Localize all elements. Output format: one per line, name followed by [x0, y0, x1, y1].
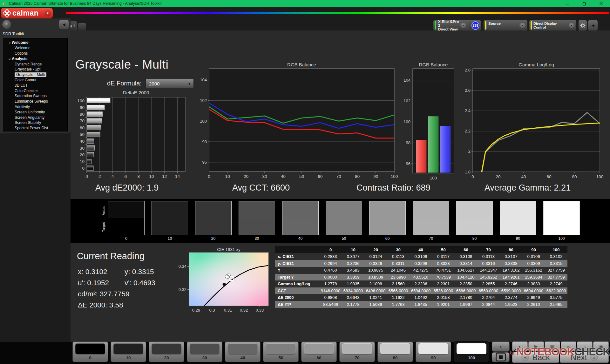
swatch-0: 0: [108, 201, 145, 241]
pattern-button-50[interactable]: 50: [263, 341, 299, 362]
display-control-selector[interactable]: Direct Display Control ▼: [529, 20, 577, 31]
sidebar-item-options[interactable]: Options: [3, 51, 67, 56]
svg-text:50: 50: [299, 174, 304, 179]
svg-text:96: 96: [202, 160, 207, 165]
table-row-x-cie31: x: CIE310.28330.30770.31240.31130.31090.…: [275, 253, 567, 260]
meter-button[interactable]: ◐: [512, 341, 528, 351]
restore-icon: [582, 2, 586, 6]
sidebar-item-spectral-power-dist[interactable]: Spectral Power Dist.: [3, 125, 67, 131]
swatch-box: [108, 201, 145, 235]
session-indicator-button[interactable]: [2, 20, 11, 29]
sidebar-item-screen-uniformity[interactable]: Screen Uniformity: [3, 109, 67, 115]
sidebar-collapse-button[interactable]: ◀: [59, 20, 69, 29]
play-icon: ▶: [534, 344, 538, 349]
swatch-target: [413, 218, 449, 235]
sidebar-item-saturation-sweeps[interactable]: Saturation Sweeps: [3, 93, 67, 99]
svg-text:8: 8: [137, 174, 140, 179]
table-row-gamma-log-log: Gamma Log/Log1.27781.99352.10982.15602.2…: [275, 280, 567, 287]
sidebar-item-dynamic-range[interactable]: Dynamic Range: [3, 61, 67, 67]
tree-expander-icon: ◢: [9, 41, 12, 44]
loop-button[interactable]: ∞: [561, 341, 576, 351]
add-tab-button[interactable]: +: [78, 23, 86, 30]
source-selector[interactable]: Source ▼: [483, 20, 528, 31]
sidebar-item-colorchecker[interactable]: ColorChecker: [3, 88, 67, 93]
meter-count-badge[interactable]: 239: [471, 21, 479, 30]
rgb-balance-bar-chart: 9698100102104RGB Balance100: [398, 62, 459, 183]
table-col-40: 40: [410, 246, 432, 253]
gamma-loglog-chart: 1.822.22.42.62.8Gamma Log/Log02040608010…: [454, 62, 607, 183]
swatch-label: 80: [456, 236, 493, 241]
collapse-panel-button[interactable]: ◀: [588, 20, 598, 31]
swatch-50: 50: [326, 201, 362, 241]
settings-button[interactable]: [578, 20, 587, 31]
sidebar-item-grayscale-multi[interactable]: Grayscale - Multi: [3, 72, 67, 78]
sidebar-item-label: Screen Stability: [15, 120, 41, 125]
next-button[interactable]: Next »: [560, 352, 609, 363]
table-col-10: 10: [342, 246, 364, 253]
pattern-button-10[interactable]: 10: [111, 341, 146, 362]
table-col-100: 100: [545, 246, 567, 253]
calman-menu-button[interactable]: calman ▼: [1, 8, 53, 18]
pattern-window-button[interactable]: [492, 352, 510, 362]
svg-text:0.32: 0.32: [179, 287, 186, 292]
close-button[interactable]: [594, 0, 608, 7]
pattern-button-80[interactable]: 80: [377, 341, 413, 362]
meter-dropdown-icon[interactable]: ▼: [460, 23, 466, 28]
stat-avg-de2000: Avg dE2000: 1.9: [95, 183, 159, 193]
pattern-swatch: [152, 343, 181, 354]
sidebar-item-color-gamut[interactable]: Color Gamut: [3, 78, 67, 83]
logo-dropdown-arrow-icon[interactable]: ▼: [44, 10, 51, 17]
target-button[interactable]: ◉: [593, 341, 609, 351]
play-button[interactable]: ▶: [528, 341, 544, 351]
pattern-button-30[interactable]: 30: [187, 341, 222, 362]
sidebar-item-screen-angularity[interactable]: Screen Angularity: [3, 115, 67, 120]
source-dropdown-icon[interactable]: ▼: [519, 23, 525, 28]
row-label: Target Y: [275, 274, 319, 281]
svg-text:100: 100: [77, 98, 85, 103]
maximize-button[interactable]: [577, 0, 591, 7]
de-formula-select[interactable]: 2000 ▼: [146, 79, 194, 88]
sidebar-item-welcome[interactable]: Welcome: [3, 45, 67, 51]
table-col-60: 60: [455, 246, 477, 253]
minimize-button[interactable]: [561, 0, 575, 7]
pattern-button-100[interactable]: 100: [454, 341, 489, 362]
tree-section-welcome[interactable]: ◢Welcome: [3, 40, 67, 45]
pattern-button-0[interactable]: 0: [72, 341, 108, 362]
de-formula-label: dE Formula:: [107, 80, 142, 87]
svg-text:100: 100: [403, 119, 410, 124]
table-cell: 83.5469: [319, 301, 342, 308]
pattern-button-70[interactable]: 70: [339, 341, 375, 362]
svg-text:104: 104: [200, 78, 207, 82]
svg-text:30: 30: [262, 174, 267, 179]
sidebar-item-3d-lut[interactable]: 3D LUT: [3, 83, 67, 88]
meter-selector[interactable]: X-Rite i1Pro 2Direct View ▼ 239: [433, 20, 481, 31]
svg-text:30: 30: [80, 146, 85, 151]
sidebar-item-luminance-sweeps[interactable]: Luminance Sweeps: [3, 99, 67, 104]
pattern-window-expand-button[interactable]: ▲: [492, 341, 510, 352]
svg-text:80: 80: [572, 174, 577, 179]
pattern-button-40[interactable]: 40: [225, 341, 261, 362]
save-button[interactable]: ▦: [545, 341, 560, 351]
swatch-label: 10: [152, 236, 188, 241]
display-control-dropdown-icon[interactable]: ▼: [569, 23, 574, 28]
sidebar-item-additivity[interactable]: Additivity: [3, 104, 67, 110]
table-col-20: 20: [364, 246, 387, 253]
cie-1931-xy-chart: 0.320.340.290.30.310.320.33CIE 1931 xy: [172, 247, 276, 316]
table-row-target-y: Target Y0.00003.385910.850923.689043.551…: [275, 274, 567, 281]
back-button[interactable]: « Back: [512, 352, 559, 363]
pattern-button-60[interactable]: 60: [301, 341, 337, 362]
pattern-button-20[interactable]: 20: [149, 341, 184, 362]
minimize-icon: [566, 2, 570, 5]
table-row-y-cie31: y: CIE310.29940.32360.33260.33110.32980.…: [275, 260, 567, 267]
titlebar: Calman 2025 Calman Ultimate for Business…: [0, 0, 610, 7]
tree-section-analysis[interactable]: ◢Analysis: [3, 56, 67, 61]
pattern-button-90[interactable]: 90: [416, 341, 451, 362]
swatch-10: 10: [152, 201, 188, 241]
table-cell: 1.0241: [364, 294, 387, 301]
wave-button[interactable]: ≈: [577, 341, 593, 351]
current-reading-title: Current Reading: [77, 251, 145, 261]
sidebar-item-grayscale-2pt[interactable]: Grayscale - 2pt: [3, 67, 67, 72]
table-cell: 0.3109: [410, 253, 432, 260]
sidebar-item-screen-stability[interactable]: Screen Stability: [3, 120, 67, 125]
wave-icon: ≈: [583, 344, 586, 349]
